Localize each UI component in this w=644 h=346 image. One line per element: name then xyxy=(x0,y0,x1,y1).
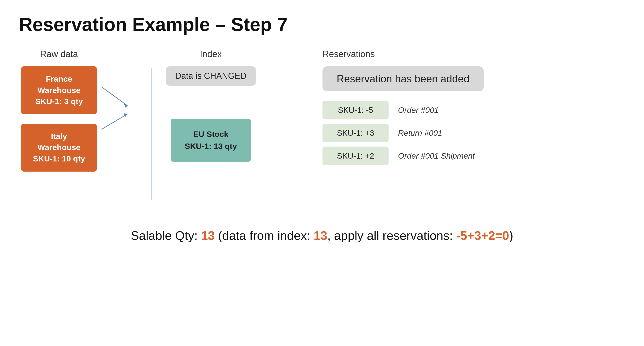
bottom-formula: Salable Qty: 13 (data from index: 13, ap… xyxy=(19,228,625,242)
eu-stock-line1: EU Stock xyxy=(182,128,239,140)
index-label: Index xyxy=(200,49,222,59)
svg-line-0 xyxy=(102,87,128,106)
raw-index-divider xyxy=(151,68,152,200)
index-reservations-divider xyxy=(275,68,275,205)
reservation-ref-1: Order #001 xyxy=(398,106,438,115)
svg-marker-3 xyxy=(124,113,128,117)
index-column: Index Data is CHANGED EU Stock SKU-1: 13… xyxy=(166,49,256,162)
reservation-row-2: SKU-1: +3 Return #001 xyxy=(322,124,475,142)
formula-suffix-before: , apply all reservations: xyxy=(327,229,456,242)
reservation-qty-1: SKU-1: -5 xyxy=(322,101,388,120)
reservations-section: Reservations Reservation has been added … xyxy=(322,49,535,165)
left-top-row: Raw data France Warehouse SKU-1: 3 qty I… xyxy=(19,49,256,200)
reservations-label: Reservations xyxy=(322,49,375,59)
eu-stock-box: EU Stock SKU-1: 13 qty xyxy=(171,119,251,162)
diagram-wrapper: Raw data France Warehouse SKU-1: 3 qty I… xyxy=(19,49,625,205)
raw-data-column: Raw data France Warehouse SKU-1: 3 qty I… xyxy=(19,49,99,181)
arrows-area xyxy=(99,73,137,148)
page-title: Reservation Example – Step 7 xyxy=(19,14,625,35)
arrows-svg xyxy=(99,73,137,148)
formula-qty-value: 13 xyxy=(201,229,215,242)
raw-data-label: Raw data xyxy=(40,49,78,59)
reservation-qty-2: SKU-1: +3 xyxy=(322,124,388,142)
reservation-rows: SKU-1: -5 Order #001 SKU-1: +3 Return #0… xyxy=(322,101,475,165)
france-warehouse-line2: SKU-1: 3 qty xyxy=(31,96,87,107)
italy-warehouse-line2: SKU-1: 10 qty xyxy=(31,153,87,164)
formula-index-value: 13 xyxy=(314,229,328,242)
france-warehouse-box: France Warehouse SKU-1: 3 qty xyxy=(21,66,97,114)
reservation-ref-2: Return #001 xyxy=(398,128,442,138)
formula-calculation: -5+3+2=0 xyxy=(456,229,509,242)
eu-stock-line2: SKU-1: 13 qty xyxy=(182,140,239,152)
reservation-qty-3: SKU-1: +2 xyxy=(322,146,388,165)
formula-suffix: ) xyxy=(509,229,513,242)
reservation-ref-3: Order #001 Shipment xyxy=(398,151,475,160)
data-changed-badge: Data is CHANGED xyxy=(166,66,256,86)
formula-middle: (data from index: xyxy=(214,229,314,242)
italy-warehouse-box: Italy Warehouse SKU-1: 10 qty xyxy=(21,124,97,172)
svg-line-2 xyxy=(102,114,128,129)
formula-prefix: Salable Qty: xyxy=(131,229,201,242)
left-panel: Raw data France Warehouse SKU-1: 3 qty I… xyxy=(19,49,256,200)
italy-warehouse-line1: Italy Warehouse xyxy=(31,131,87,153)
reservation-row-3: SKU-1: +2 Order #001 Shipment xyxy=(322,146,475,165)
reservation-added-badge: Reservation has been added xyxy=(322,66,484,91)
france-warehouse-line1: France Warehouse xyxy=(31,74,87,96)
reservation-row-1: SKU-1: -5 Order #001 xyxy=(322,101,475,120)
